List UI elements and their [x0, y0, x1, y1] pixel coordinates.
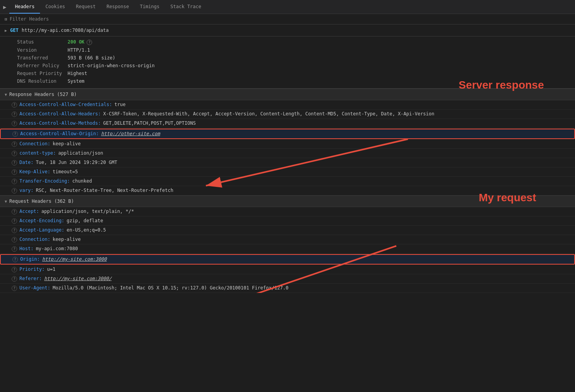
version-value: HTTP/1.1 — [68, 47, 90, 53]
request-headers-title: Request Headers (362 B) — [9, 199, 74, 204]
content-area: ▶ GET http://my-api.com:7080/api/data St… — [0, 24, 575, 293]
help-icon[interactable]: ? — [12, 131, 18, 137]
help-icon[interactable]: ? — [12, 218, 17, 224]
list-item: ? Date: Tue, 18 Jun 2024 19:29:20 GMT — [0, 158, 575, 167]
tab-stack-trace[interactable]: Stack Trace — [165, 0, 207, 14]
list-item: ? Access-Control-Allow-Methods: GET,DELE… — [0, 119, 575, 128]
status-row: Status 200 OK ? — [12, 38, 575, 46]
list-item: ? Access-Control-Allow-Headers: X-CSRF-T… — [0, 110, 575, 119]
status-value: 200 OK — [68, 39, 84, 45]
help-icon[interactable]: ? — [12, 276, 17, 282]
priority-label: Request Priority — [17, 71, 68, 76]
help-icon[interactable]: ? — [12, 228, 17, 233]
version-label: Version — [17, 47, 68, 53]
list-item: ? Keep-Alive: timeout=5 — [0, 167, 575, 177]
dns-label: DNS Resolution — [17, 78, 68, 84]
list-item: ? content-type: application/json — [0, 149, 575, 158]
list-item: ? vary: RSC, Next-Router-State-Tree, Nex… — [0, 186, 575, 195]
response-headers-section[interactable]: ▼ Response Headers (527 B) — [0, 89, 575, 100]
filter-bar: ⊞ Filter Headers — [0, 14, 575, 24]
list-item: ? Access-Control-Allow-Credentials: true — [0, 100, 575, 110]
collapse-arrow: ▶ — [5, 28, 7, 33]
tab-response[interactable]: Response — [101, 0, 134, 14]
referrer-value: strict-origin-when-cross-origin — [68, 63, 155, 68]
list-item: ? Accept-Encoding: gzip, deflate — [0, 216, 575, 226]
request-method: GET — [10, 28, 19, 33]
help-icon[interactable]: ? — [12, 188, 17, 193]
access-control-allow-origin-row: ? Access-Control-Allow-Origin: http://ot… — [0, 129, 575, 139]
origin-row: ? Origin: http://my-site.com:3000 — [0, 254, 575, 265]
request-url-section[interactable]: ▶ GET http://my-api.com:7080/api/data — [0, 24, 575, 37]
response-headers-list: ? Access-Control-Allow-Credentials: true… — [0, 100, 575, 195]
request-headers-list: ? Accept: application/json, text/plain, … — [0, 207, 575, 293]
list-item: ? Connection: keep-alive — [0, 235, 575, 244]
transferred-row: Transferred 593 B (66 B size) — [12, 54, 575, 62]
transferred-label: Transferred — [17, 55, 68, 61]
help-icon[interactable]: ? — [12, 286, 17, 291]
referrer-row: Referrer Policy strict-origin-when-cross… — [12, 62, 575, 70]
help-icon[interactable]: ? — [12, 169, 17, 175]
help-icon[interactable]: ? — [12, 121, 17, 126]
priority-value: Highest — [68, 71, 87, 76]
dns-row: DNS Resolution System — [12, 77, 575, 85]
tab-request[interactable]: Request — [71, 0, 101, 14]
response-headers-arrow: ▼ — [5, 92, 7, 97]
transferred-value: 593 B (66 B size) — [68, 55, 115, 61]
list-item: ? Priority: u=1 — [0, 265, 575, 274]
help-icon[interactable]: ? — [12, 112, 17, 117]
help-icon[interactable]: ? — [12, 102, 17, 108]
help-icon[interactable]: ? — [12, 209, 17, 214]
help-icon[interactable]: ? — [12, 179, 17, 184]
list-item: ? Transfer-Encoding: chunked — [0, 177, 575, 186]
version-row: Version HTTP/1.1 — [12, 46, 575, 54]
status-label: Status — [17, 39, 68, 45]
list-item: ? Accept: application/json, text/plain, … — [0, 207, 575, 216]
request-headers-arrow: ▼ — [5, 199, 7, 204]
status-help-icon[interactable]: ? — [87, 40, 92, 45]
request-url: http://my-api.com:7080/api/data — [22, 28, 109, 33]
list-item: ? Accept-Language: en-US,en;q=0.5 — [0, 226, 575, 235]
help-icon[interactable]: ? — [12, 237, 17, 242]
help-icon[interactable]: ? — [12, 257, 18, 262]
help-icon[interactable]: ? — [12, 151, 17, 156]
general-info: Status 200 OK ? Version HTTP/1.1 Transfe… — [0, 37, 575, 89]
dns-value: System — [68, 78, 84, 84]
list-item: ? Host: my-api.com:7080 — [0, 244, 575, 254]
help-icon[interactable]: ? — [12, 267, 17, 272]
priority-row: Request Priority Highest — [12, 70, 575, 77]
referrer-label: Referrer Policy — [17, 63, 68, 68]
request-headers-section[interactable]: ▼ Request Headers (362 B) — [0, 195, 575, 207]
help-icon[interactable]: ? — [12, 141, 17, 147]
help-icon[interactable]: ? — [12, 160, 17, 166]
list-item: ? Referer: http://my-site.com:3000/ — [0, 274, 575, 284]
panel-icon: ▶ — [3, 4, 6, 10]
help-icon[interactable]: ? — [12, 246, 17, 252]
filter-label: Filter Headers — [10, 16, 49, 22]
filter-icon: ⊞ — [5, 17, 7, 22]
list-item: ? Connection: keep-alive — [0, 139, 575, 149]
tab-cookies[interactable]: Cookies — [40, 0, 71, 14]
tab-headers[interactable]: Headers — [9, 0, 40, 14]
tab-bar: ▶ Headers Cookies Request Response Timin… — [0, 0, 575, 14]
list-item: ? User-Agent: Mozilla/5.0 (Macintosh; In… — [0, 284, 575, 293]
response-headers-title: Response Headers (527 B) — [9, 92, 77, 97]
tab-timings[interactable]: Timings — [134, 0, 165, 14]
devtools-panel: ▶ Headers Cookies Request Response Timin… — [0, 0, 575, 293]
